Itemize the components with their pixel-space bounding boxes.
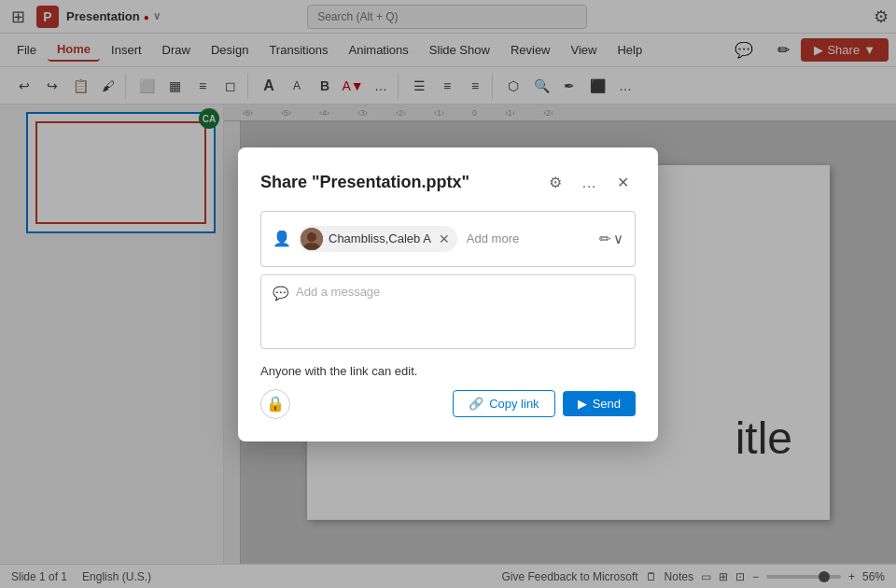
recipient-avatar bbox=[301, 228, 323, 250]
send-label: Send bbox=[593, 397, 621, 411]
add-more-input[interactable]: Add more bbox=[465, 231, 519, 245]
recipient-name: Chambliss,Caleb A bbox=[329, 231, 431, 245]
share-dialog: Share "Presentation.pptx" ⚙ … ✕ 👤 Chambl… bbox=[238, 147, 658, 441]
permission-chevron: ∨ bbox=[613, 231, 623, 247]
message-placeholder: Add a message bbox=[296, 285, 380, 299]
person-icon: 👤 bbox=[273, 230, 291, 247]
modal-title: Share "Presentation.pptx" bbox=[260, 173, 469, 192]
copy-link-button[interactable]: 🔗 Copy link bbox=[453, 390, 554, 417]
modal-close-button[interactable]: ✕ bbox=[609, 170, 636, 196]
svg-point-1 bbox=[307, 232, 316, 242]
avatar-image bbox=[301, 228, 323, 250]
permission-selector[interactable]: ✏ ∨ bbox=[599, 231, 623, 247]
link-settings-button[interactable]: 🔒 bbox=[260, 389, 290, 419]
send-button[interactable]: ▶ Send bbox=[563, 391, 636, 416]
lock-icon: 🔒 bbox=[266, 395, 285, 413]
modal-header: Share "Presentation.pptx" ⚙ … ✕ bbox=[260, 170, 636, 196]
send-icon: ▶ bbox=[578, 397, 587, 411]
edit-icon: ✏ bbox=[599, 231, 611, 247]
message-icon: 💬 bbox=[273, 286, 288, 301]
modal-actions: 🔒 🔗 Copy link ▶ Send bbox=[260, 389, 636, 419]
modal-overlay: Share "Presentation.pptx" ⚙ … ✕ 👤 Chambl… bbox=[0, 0, 896, 588]
recipient-input-box[interactable]: 👤 Chambliss,Caleb A ✕ Add more ✏ ∨ bbox=[260, 211, 636, 267]
copy-link-label: Copy link bbox=[489, 397, 539, 411]
link-permission-text: Anyone with the link can edit. bbox=[260, 364, 636, 378]
remove-recipient-button[interactable]: ✕ bbox=[439, 231, 450, 246]
recipient-chip: Chambliss,Caleb A ✕ bbox=[299, 226, 457, 252]
copy-link-icon: 🔗 bbox=[469, 397, 483, 411]
modal-settings-icon[interactable]: ⚙ bbox=[542, 170, 568, 196]
message-input-box[interactable]: 💬 Add a message bbox=[260, 274, 636, 349]
modal-more-icon[interactable]: … bbox=[576, 170, 602, 196]
modal-header-icons: ⚙ … ✕ bbox=[542, 170, 636, 196]
